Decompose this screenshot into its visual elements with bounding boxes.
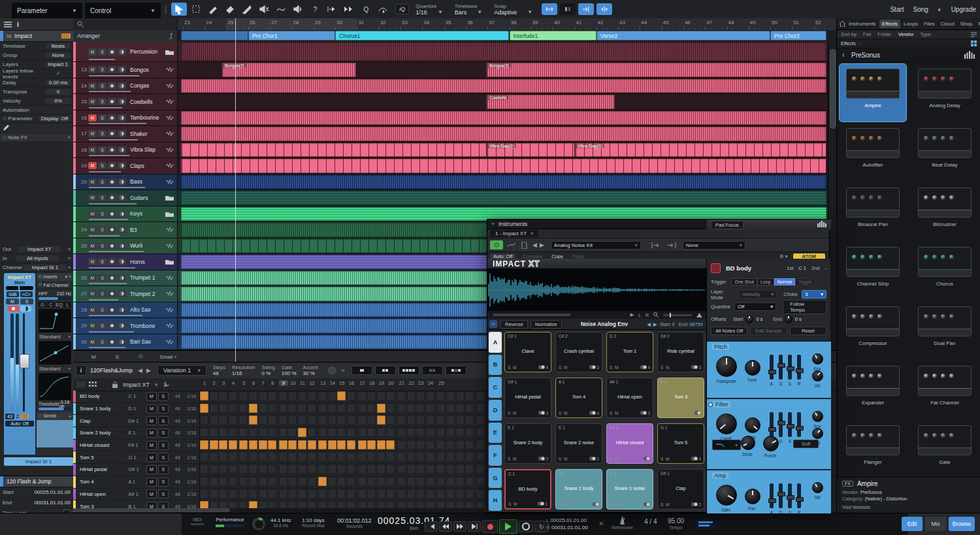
step-cell[interactable] [426,428,434,437]
step-number[interactable]: 2 [210,380,219,386]
step-cell[interactable] [367,391,376,400]
step-cell[interactable] [465,489,474,498]
track-monitor-button[interactable] [118,210,126,218]
row-mute-button[interactable]: M [146,429,157,438]
record-arm-button[interactable] [8,306,19,312]
track-solo-button[interactable]: S [98,48,106,56]
track-monitor-button[interactable] [118,162,126,169]
step-cell[interactable] [239,440,248,449]
pattern-field[interactable]: Swing0 % [261,365,274,376]
step-cell[interactable] [436,428,445,437]
step-number[interactable]: 25 [436,380,446,386]
step-cell[interactable] [377,428,385,437]
trigger-option[interactable]: Loop [757,278,774,285]
step-cell[interactable] [268,489,276,498]
track-mute-button[interactable]: M [88,290,97,297]
step-cell[interactable] [347,391,355,400]
tab-pool[interactable]: Pool [975,20,980,28]
track-volume-line[interactable] [89,283,127,284]
slider-a[interactable] [770,355,774,380]
arranger-section[interactable]: Interlude1 [510,31,596,41]
step-cell[interactable] [476,404,485,413]
pattern-row-header[interactable]: Tom 5G 1MS481/16 [73,451,200,463]
step-cell[interactable] [279,440,287,449]
track-header[interactable]: 18MSVibra Slap [73,142,178,158]
track-header[interactable]: 20MSBass [73,174,178,190]
seconds-readout[interactable]: 00:01:02.012Seconds [337,517,372,529]
track-solo-button[interactable]: S [98,338,106,346]
browse-view-button[interactable]: Browse [949,517,975,531]
row-resolution[interactable]: 1/16 [184,455,199,461]
step-cell[interactable] [259,415,267,425]
row-resolution[interactable]: 1/16 [184,466,199,472]
track-solo-button[interactable]: S [98,130,106,137]
track-mute-button[interactable]: M [88,130,97,137]
track-monitor-button[interactable] [118,194,126,201]
bank-h-button[interactable]: H [489,490,502,511]
autopunch-icon[interactable]: ✕ [598,520,604,527]
drum-pad[interactable]: E 1Snare 2 noiseS M 2 [555,423,602,464]
step-number[interactable]: 24 [426,380,435,386]
step-cell[interactable] [416,428,425,437]
step-cell[interactable] [367,415,376,425]
pattern-row-header[interactable]: HiHat openA# 1MS481/16 [73,489,200,500]
step-number[interactable]: 6 [249,380,258,386]
arranger-header[interactable]: Arranger [73,30,178,42]
row-solo-button[interactable]: S [158,453,169,462]
play-sample-icon[interactable]: ▶ [630,312,634,317]
step-cell[interactable] [456,404,465,413]
stop-button[interactable] [519,521,533,532]
step-cell[interactable] [397,404,406,413]
track-volume-line[interactable] [89,107,122,108]
track-monitor-button[interactable] [118,274,126,282]
step-cell[interactable] [298,489,306,498]
slider-a[interactable] [770,412,774,437]
step-cell[interactable] [318,415,327,425]
step-cell[interactable] [465,415,474,425]
zoom-slider[interactable] [663,314,692,316]
step-cell[interactable] [347,404,355,413]
step-cell[interactable] [386,404,395,413]
track-record-button[interactable] [108,306,116,314]
step-cell[interactable] [239,452,248,461]
power-icon[interactable]: ⏻ [139,353,142,360]
edit-view-button[interactable]: Edit [902,517,923,531]
track-monitor-button[interactable] [118,48,126,56]
track-mute-button[interactable]: M [88,178,97,186]
track-solo-button[interactable]: S [98,274,106,282]
step-cell[interactable] [386,391,395,400]
step-cell[interactable] [456,440,465,449]
effect-card[interactable]: Bitcrusher [911,183,978,240]
track-volume-line[interactable] [89,315,142,316]
pattern-field[interactable]: Steps48 [213,365,225,376]
row-mute-button[interactable]: M [146,489,157,498]
audio-clip[interactable]: Cowbells [487,95,615,109]
track-header[interactable]: 15MSCowbells [73,94,178,110]
step-cell[interactable] [358,415,367,425]
step-cell[interactable] [436,477,445,486]
track-mute-button[interactable]: M [88,306,97,314]
bank-d-button[interactable]: D [489,400,502,421]
step-cell[interactable] [436,489,445,498]
track-volume-line[interactable] [89,251,144,252]
eq-graph-gate[interactable] [39,309,71,332]
slider-s[interactable] [788,412,792,437]
gain-readout[interactable]: 0dB [7,291,18,297]
step-cell[interactable] [456,464,465,474]
track-mute-button[interactable]: M [88,274,97,282]
track-record-button[interactable] [108,178,116,186]
row-solo-button[interactable]: S [158,429,169,438]
add-sample-button[interactable]: + [489,320,497,328]
step-cell[interactable] [298,477,306,486]
quantize-group[interactable]: Quantize 1/16▼ [416,1,442,18]
step-cell[interactable] [426,464,434,474]
go-to-start-button[interactable] [425,521,438,532]
step-cell[interactable] [219,415,227,425]
bend-tool[interactable] [273,3,289,16]
step-cell[interactable] [386,428,395,437]
effect-card[interactable]: Fat Channel [911,361,978,419]
row-length[interactable]: 48 [171,466,184,472]
knob-punch[interactable] [763,436,779,451]
step-cell[interactable] [456,415,465,425]
step-cell[interactable] [386,452,395,461]
